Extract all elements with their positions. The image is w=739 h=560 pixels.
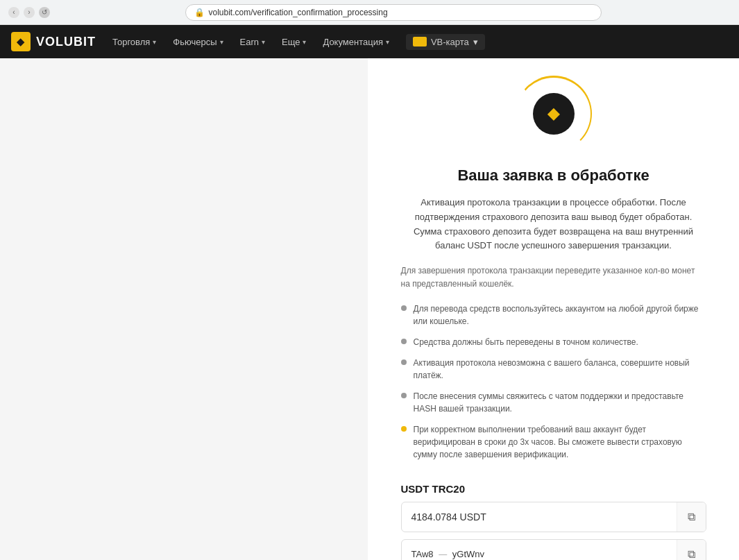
right-panel: ◆ Ваша заявка в обработке Активация прот…: [368, 58, 739, 560]
chevron-icon: ▾: [386, 38, 389, 46]
back-button[interactable]: ‹: [8, 7, 19, 18]
chevron-icon: ▾: [473, 37, 478, 47]
instruction-text-2: Средства должны быть переведены в точном…: [414, 336, 638, 348]
copy-address-button[interactable]: ⧉: [677, 540, 706, 560]
chevron-icon: ▾: [153, 38, 156, 46]
browser-bar: ‹ › ↺ 🔒 volubit.com/verification_confirm…: [0, 0, 739, 25]
nav-item-more[interactable]: Еще ▾: [282, 37, 306, 47]
instructions-list: Для перевода средств воспользуйтесь акка…: [401, 303, 706, 469]
logo-center-icon: ◆: [533, 93, 575, 135]
logo[interactable]: ◆ VOLUBIT: [11, 32, 96, 51]
instruction-item-2: Средства должны быть переведены в точном…: [401, 336, 706, 348]
copy-amount-button[interactable]: ⧉: [677, 502, 706, 532]
address-input-row: TAw8 — yGtWnv ⧉: [401, 539, 706, 560]
instruction-text-4: После внесения суммы свяжитесь с чатом п…: [414, 390, 706, 415]
reload-button[interactable]: ↺: [39, 7, 50, 18]
main-description: Активация протокола транзакции в процесс…: [408, 196, 699, 253]
left-panel: [0, 58, 368, 560]
instruction-dot-2: [401, 339, 407, 344]
page-layout: ◆ Ваша заявка в обработке Активация прот…: [0, 58, 739, 560]
logo-icon: ◆: [11, 32, 31, 51]
instruction-dot-5: [401, 426, 407, 432]
instruction-item-5: При корректном выполнении требований ваш…: [401, 423, 706, 461]
chevron-icon: ▾: [220, 38, 223, 46]
lock-icon: 🔒: [194, 8, 205, 17]
page-title: Ваша заявка в обработке: [457, 167, 649, 185]
navbar: ◆ VOLUBIT Торговля ▾ Фьючерсы ▾ Earn ▾ Е…: [0, 25, 739, 58]
logo-animation: ◆: [512, 72, 595, 155]
instruction-item-1: Для перевода средств воспользуйтесь акка…: [401, 303, 706, 328]
instruction-dot-1: [401, 305, 407, 311]
instruction-dot-4: [401, 393, 407, 398]
address-bar[interactable]: 🔒 volubit.com/verification_confirmation_…: [185, 4, 602, 21]
usdt-section: USDT TRC20 4184.0784 USDT ⧉ TAw8 — yGtWn…: [401, 483, 706, 560]
chevron-icon: ▾: [262, 38, 265, 46]
instruction-text-5: При корректном выполнении требований ваш…: [414, 423, 706, 461]
nav-item-docs[interactable]: Документация ▾: [323, 37, 389, 47]
chevron-icon: ▾: [303, 38, 306, 46]
vb-card-icon: [413, 37, 427, 46]
instruction-text-3: Активация протокола невозможна с вашего …: [414, 357, 706, 382]
url-text: volubit.com/verification_confirmation_pr…: [209, 8, 388, 17]
instruction-text-1: Для перевода средств воспользуйтесь акка…: [414, 303, 706, 328]
nav-item-trading[interactable]: Торговля ▾: [112, 37, 156, 47]
nav-item-earn[interactable]: Earn ▾: [240, 37, 265, 47]
instruction-dot-3: [401, 359, 407, 365]
amount-value: 4184.0784 USDT: [402, 503, 677, 531]
usdt-label: USDT TRC20: [401, 483, 706, 495]
instruction-item-4: После внесения суммы свяжитесь с чатом п…: [401, 390, 706, 415]
address-separator: —: [436, 550, 450, 559]
logo-text: VOLUBIT: [36, 35, 96, 49]
nav-item-futures[interactable]: Фьючерсы ▾: [173, 37, 223, 47]
address-start: TAw8 — yGtWnv: [402, 541, 677, 560]
nav-item-vb-card[interactable]: VB-карта ▾: [406, 34, 485, 50]
amount-input-row: 4184.0784 USDT ⧉: [401, 502, 706, 532]
sub-description: Для завершения протокола транзакции пере…: [401, 264, 706, 291]
instruction-item-3: Активация протокола невозможна с вашего …: [401, 357, 706, 382]
forward-button[interactable]: ›: [24, 7, 35, 18]
browser-controls: ‹ › ↺: [8, 7, 50, 18]
